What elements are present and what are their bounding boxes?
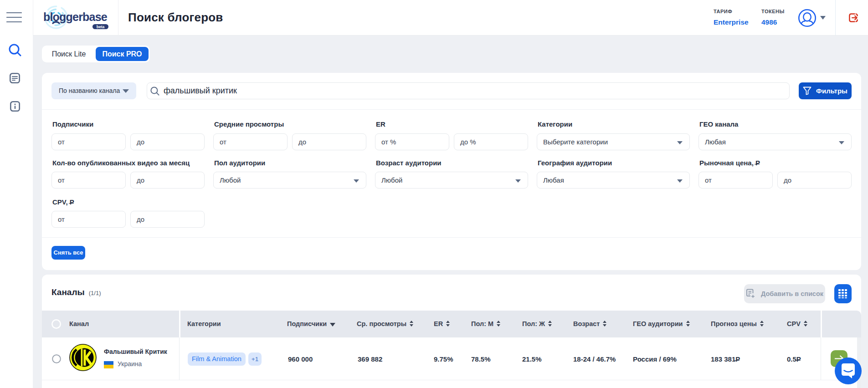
svg-text:beta: beta [97,25,105,29]
svg-text:bloggerbase: bloggerbase [43,10,108,23]
